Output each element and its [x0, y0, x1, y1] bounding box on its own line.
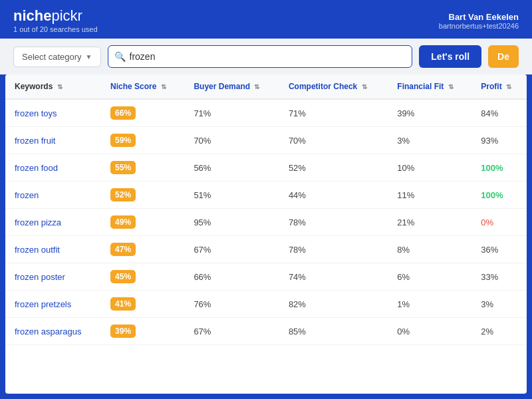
cell-buyer: 67%	[184, 236, 279, 263]
profit-value: 2%	[481, 327, 493, 336]
cell-financial: 1%	[388, 291, 471, 318]
logo: nichepickr	[13, 8, 98, 24]
cell-financial: 11%	[388, 182, 471, 209]
cell-buyer: 71%	[184, 99, 279, 127]
competitor-check-value: 71%	[289, 108, 306, 118]
logo-section: nichepickr 1 out of 20 searches used	[13, 8, 98, 33]
col-header-profit[interactable]: Profit ⇅	[471, 74, 527, 99]
cell-financial: 39%	[388, 99, 471, 127]
financial-fit-value: 1%	[397, 299, 410, 309]
cell-competitor: 82%	[279, 291, 388, 318]
cell-competitor: 78%	[279, 209, 388, 236]
table-row: frozen asparagus 39% 67% 85% 0% 2%	[5, 318, 527, 345]
sort-icon-profit: ⇅	[506, 83, 511, 90]
cell-profit: 3%	[471, 291, 527, 318]
cell-profit: 2%	[471, 318, 527, 345]
cell-niche: 52%	[101, 182, 184, 209]
keyword-link[interactable]: frozen fruit	[15, 136, 55, 146]
keyword-link[interactable]: frozen asparagus	[15, 327, 81, 336]
cell-competitor: 78%	[279, 236, 388, 263]
table-row: frozen pretzels 41% 76% 82% 1% 3%	[5, 291, 527, 318]
profit-value: 84%	[481, 108, 498, 118]
keyword-link[interactable]: frozen toys	[15, 108, 57, 118]
cell-buyer: 70%	[184, 127, 279, 154]
col-header-niche[interactable]: Niche Score ⇅	[101, 74, 184, 99]
toolbar: Select category ▼ 🔍 Let's roll De	[0, 39, 532, 74]
cell-financial: 10%	[388, 154, 471, 182]
profit-value: 36%	[481, 245, 498, 255]
cell-keyword: frozen outfit	[5, 236, 101, 263]
cell-buyer: 51%	[184, 182, 279, 209]
cell-profit: 84%	[471, 99, 527, 127]
profit-value: 100%	[481, 163, 503, 173]
cell-financial: 6%	[388, 263, 471, 291]
keyword-link[interactable]: frozen pizza	[15, 217, 61, 227]
competitor-check-value: 74%	[289, 272, 306, 282]
keyword-link[interactable]: frozen	[15, 190, 39, 200]
col-header-buyer[interactable]: Buyer Demand ⇅	[184, 74, 279, 99]
table-row: frozen fruit 59% 70% 70% 3% 93%	[5, 127, 527, 154]
demo-button[interactable]: De	[488, 45, 519, 68]
buyer-demand-value: 56%	[194, 163, 211, 173]
niche-badge: 66%	[110, 106, 136, 120]
niche-badge: 59%	[110, 134, 136, 147]
cell-keyword: frozen fruit	[5, 127, 101, 154]
competitor-check-value: 70%	[289, 136, 306, 146]
cell-niche: 55%	[101, 154, 184, 182]
cell-buyer: 56%	[184, 154, 279, 182]
logo-pickr: pickr	[51, 7, 82, 24]
profit-value: 100%	[481, 190, 503, 200]
financial-fit-value: 3%	[397, 136, 410, 146]
competitor-check-value: 82%	[289, 299, 306, 309]
cell-keyword: frozen pizza	[5, 209, 101, 236]
profit-value: 3%	[481, 299, 493, 309]
user-email: bartnorbertus+test20246	[439, 22, 519, 30]
financial-fit-value: 21%	[397, 217, 414, 227]
keyword-link[interactable]: frozen outfit	[15, 245, 60, 255]
table-row: frozen poster 45% 66% 74% 6% 33%	[5, 263, 527, 291]
cell-buyer: 66%	[184, 263, 279, 291]
lets-roll-button[interactable]: Let's roll	[419, 45, 481, 68]
profit-value: 93%	[481, 136, 498, 146]
search-input[interactable]	[108, 45, 413, 68]
niche-badge: 49%	[110, 215, 136, 229]
keyword-link[interactable]: frozen food	[15, 163, 58, 173]
cell-keyword: frozen toys	[5, 99, 101, 127]
niche-badge: 47%	[110, 243, 136, 256]
buyer-demand-value: 51%	[194, 190, 211, 200]
table-row: frozen pizza 49% 95% 78% 21% 0%	[5, 209, 527, 236]
cell-competitor: 74%	[279, 263, 388, 291]
category-select[interactable]: Select category ▼	[13, 47, 101, 67]
cell-niche: 41%	[101, 291, 184, 318]
financial-fit-value: 6%	[397, 272, 410, 282]
profit-value: 0%	[481, 217, 493, 227]
cell-keyword: frozen food	[5, 154, 101, 182]
niche-badge: 52%	[110, 188, 136, 201]
cell-financial: 8%	[388, 236, 471, 263]
cell-financial: 21%	[388, 209, 471, 236]
cell-financial: 0%	[388, 318, 471, 345]
competitor-check-value: 78%	[289, 245, 306, 255]
cell-profit: 100%	[471, 154, 527, 182]
buyer-demand-value: 67%	[194, 327, 211, 336]
cell-buyer: 95%	[184, 209, 279, 236]
main-content: Keywords ⇅ Niche Score ⇅ Buyer Demand ⇅ …	[5, 74, 527, 394]
cell-keyword: frozen poster	[5, 263, 101, 291]
financial-fit-value: 39%	[397, 108, 414, 118]
search-icon: 🔍	[114, 51, 126, 62]
table-row: frozen toys 66% 71% 71% 39% 84%	[5, 99, 527, 127]
cell-niche: 39%	[101, 318, 184, 345]
col-header-competitor[interactable]: Competitor Check ⇅	[279, 74, 388, 99]
cell-financial: 3%	[388, 127, 471, 154]
table-header-row: Keywords ⇅ Niche Score ⇅ Buyer Demand ⇅ …	[5, 74, 527, 99]
cell-competitor: 71%	[279, 99, 388, 127]
buyer-demand-value: 70%	[194, 136, 211, 146]
competitor-check-value: 78%	[289, 217, 306, 227]
competitor-check-value: 52%	[289, 163, 306, 173]
keyword-link[interactable]: frozen pretzels	[15, 299, 71, 309]
col-header-keywords[interactable]: Keywords ⇅	[5, 74, 101, 99]
col-header-financial[interactable]: Financial Fit ⇅	[388, 74, 471, 99]
profit-value: 33%	[481, 272, 498, 282]
keyword-link[interactable]: frozen poster	[15, 272, 65, 282]
cell-niche: 47%	[101, 236, 184, 263]
